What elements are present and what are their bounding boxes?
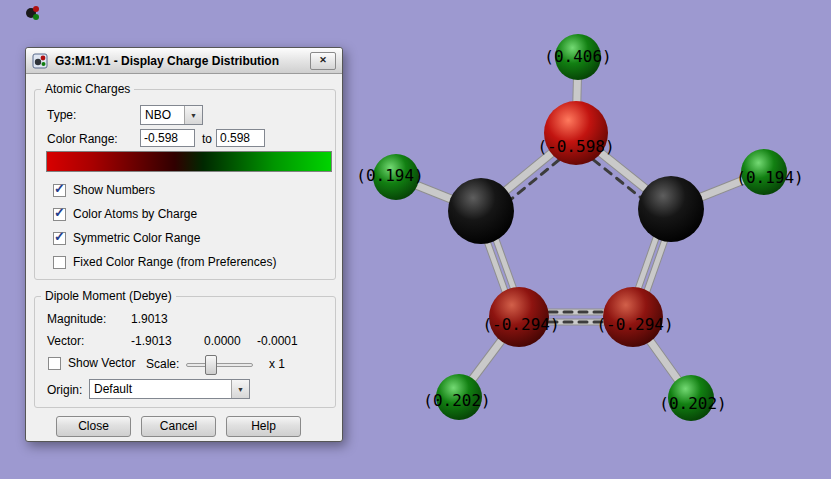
- check-icon: ✓: [54, 181, 65, 196]
- origin-combobox[interactable]: Default ▼: [89, 379, 250, 399]
- dialog-title: G3:M1:V1 - Display Charge Distribution: [55, 54, 310, 68]
- origin-label: Origin:: [47, 383, 82, 397]
- charge-color-gradient-bar: [46, 151, 332, 172]
- dialog-icon: [32, 53, 48, 69]
- main-window: (0.406)(-0.598)(-0.294)(-0.294)(0.194)(0…: [0, 0, 831, 479]
- to-label: to: [202, 132, 212, 146]
- dialog-titlebar[interactable]: G3:M1:V1 - Display Charge Distribution ✕: [26, 48, 342, 74]
- charge-label-h-left: (0.194): [356, 166, 423, 185]
- show-vector-checkbox[interactable]: ✓: [48, 357, 61, 370]
- close-icon[interactable]: ✕: [310, 52, 336, 70]
- atom-c-ring-right[interactable]: [638, 176, 704, 242]
- checkbox-row-color-atoms[interactable]: ✓ Color Atoms by Charge: [53, 207, 197, 221]
- vector-z-value: -0.0001: [257, 334, 298, 348]
- charge-label-h-bottom-left: (0.202): [423, 391, 490, 410]
- charge-label-c-bottom-left: (-0.294): [482, 315, 559, 334]
- checkbox-row-show-vector[interactable]: ✓ Show Vector: [48, 356, 135, 370]
- chevron-down-icon[interactable]: ▼: [184, 106, 202, 124]
- app-icon: [24, 5, 40, 21]
- show-numbers-checkbox[interactable]: ✓: [53, 184, 66, 197]
- charge-label-c-bottom-right: (-0.294): [596, 315, 673, 334]
- magnitude-value: 1.9013: [131, 312, 168, 326]
- help-button[interactable]: Help: [226, 416, 301, 437]
- close-button[interactable]: Close: [56, 416, 131, 437]
- cancel-button[interactable]: Cancel: [141, 416, 216, 437]
- symmetric-range-checkbox[interactable]: ✓: [53, 232, 66, 245]
- vector-label: Vector:: [47, 334, 84, 348]
- scale-slider-thumb[interactable]: [205, 355, 217, 375]
- charge-label-n-ring-top: (-0.598): [537, 137, 614, 156]
- vector-y-value: 0.0000: [204, 334, 241, 348]
- fixed-range-checkbox[interactable]: ✓: [53, 256, 66, 269]
- chevron-down-icon[interactable]: ▼: [231, 380, 249, 398]
- color-range-min-input[interactable]: [140, 129, 195, 147]
- charge-label-h-top: (0.406): [544, 47, 611, 66]
- checkbox-row-symmetric-range[interactable]: ✓ Symmetric Color Range: [53, 231, 200, 245]
- scale-slider-track[interactable]: [186, 363, 253, 367]
- type-label: Type:: [47, 108, 76, 122]
- color-atoms-label[interactable]: Color Atoms by Charge: [73, 207, 197, 221]
- fixed-range-label[interactable]: Fixed Color Range (from Preferences): [73, 255, 276, 269]
- type-combobox-value[interactable]: NBO: [141, 106, 184, 124]
- charge-label-h-bottom-right: (0.202): [659, 394, 726, 413]
- atom-c-ring-left[interactable]: [448, 178, 514, 244]
- color-range-max-input[interactable]: [216, 129, 265, 147]
- type-combobox[interactable]: NBO ▼: [140, 105, 203, 125]
- check-icon: ✓: [54, 229, 65, 244]
- checkbox-row-show-numbers[interactable]: ✓ Show Numbers: [53, 183, 155, 197]
- magnitude-label: Magnitude:: [47, 312, 106, 326]
- charge-label-h-right: (0.194): [736, 168, 803, 187]
- show-vector-label[interactable]: Show Vector: [68, 356, 135, 370]
- vector-x-value: -1.9013: [131, 334, 172, 348]
- color-range-label: Color Range:: [47, 132, 118, 146]
- display-charge-distribution-dialog: G3:M1:V1 - Display Charge Distribution ✕…: [25, 47, 343, 442]
- scale-factor-value: x 1: [269, 357, 285, 371]
- atomic-charges-group-label: Atomic Charges: [41, 82, 134, 96]
- checkbox-row-fixed-range[interactable]: ✓ Fixed Color Range (from Preferences): [53, 255, 276, 269]
- dipole-moment-group-label: Dipole Moment (Debye): [41, 289, 176, 303]
- check-icon: ✓: [54, 205, 65, 220]
- scale-label: Scale:: [146, 357, 179, 371]
- show-numbers-label[interactable]: Show Numbers: [73, 183, 155, 197]
- origin-combobox-value[interactable]: Default: [90, 380, 231, 398]
- symmetric-range-label[interactable]: Symmetric Color Range: [73, 231, 200, 245]
- color-atoms-checkbox[interactable]: ✓: [53, 208, 66, 221]
